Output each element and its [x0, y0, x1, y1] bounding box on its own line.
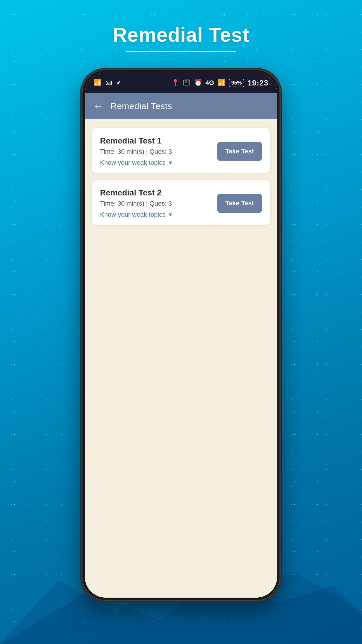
status-left-icons: 📶 🖂 ✔ — [94, 79, 121, 87]
wifi-icon: 📶 — [94, 79, 101, 87]
battery-container: 95% — [229, 79, 244, 87]
content-area: Remedial Test 1 Time: 30 min(s) | Ques: … — [85, 119, 277, 598]
location-icon: 📍 — [171, 79, 179, 87]
check-icon: ✔ — [116, 79, 121, 87]
phone-screen: 📶 🖂 ✔ 📍 📳 ⏰ 4G 📶 95% 19:23 ← Remedial Te… — [85, 73, 277, 598]
test-card-1: Remedial Test 1 Time: 30 min(s) | Ques: … — [92, 128, 270, 173]
test-2-weak-topics[interactable]: Know your weak topics ▼ — [100, 211, 173, 218]
test-1-name: Remedial Test 1 — [100, 136, 211, 146]
weak-topics-arrow-icon: ▼ — [168, 160, 173, 166]
time-display: 19:23 — [248, 78, 269, 88]
take-test-2-button[interactable]: Take Test — [217, 194, 262, 213]
status-right-icons: 📍 📳 ⏰ 4G 📶 95% 19:23 — [171, 78, 268, 88]
test-1-meta: Time: 30 min(s) | Ques: 3 — [100, 148, 211, 155]
take-test-1-button[interactable]: Take Test — [217, 142, 262, 161]
vibrate-icon: 📳 — [183, 79, 191, 87]
back-button[interactable]: ← — [93, 101, 103, 111]
test-card-2-info: Remedial Test 2 Time: 30 min(s) | Ques: … — [100, 188, 211, 218]
app-header-title: Remedial Tests — [110, 101, 172, 111]
test-card-1-info: Remedial Test 1 Time: 30 min(s) | Ques: … — [100, 136, 211, 167]
app-header: ← Remedial Tests — [85, 93, 277, 119]
battery-icon: 95% — [229, 79, 244, 87]
message-icon: 🖂 — [106, 79, 112, 87]
title-underline — [126, 51, 236, 52]
test-2-name: Remedial Test 2 — [100, 188, 211, 197]
status-bar: 📶 🖂 ✔ 📍 📳 ⏰ 4G 📶 95% 19:23 — [85, 73, 277, 93]
test-1-weak-topics-label: Know your weak topics — [100, 159, 166, 167]
page-header: Remedial Test — [113, 23, 249, 52]
signal-bars-icon: 📶 — [217, 79, 225, 87]
test-2-meta: Time: 30 min(s) | Ques: 3 — [100, 200, 211, 207]
test-card-2: Remedial Test 2 Time: 30 min(s) | Ques: … — [92, 180, 270, 225]
test-1-weak-topics[interactable]: Know your weak topics ▼ — [100, 159, 173, 167]
test-2-weak-topics-label: Know your weak topics — [100, 211, 166, 218]
phone-frame: 📶 🖂 ✔ 📍 📳 ⏰ 4G 📶 95% 19:23 ← Remedial Te… — [82, 70, 280, 601]
signal-label: 4G — [205, 79, 214, 87]
page-title: Remedial Test — [113, 23, 249, 46]
weak-topics-2-arrow-icon: ▼ — [168, 212, 173, 218]
alarm-icon: ⏰ — [194, 79, 202, 87]
